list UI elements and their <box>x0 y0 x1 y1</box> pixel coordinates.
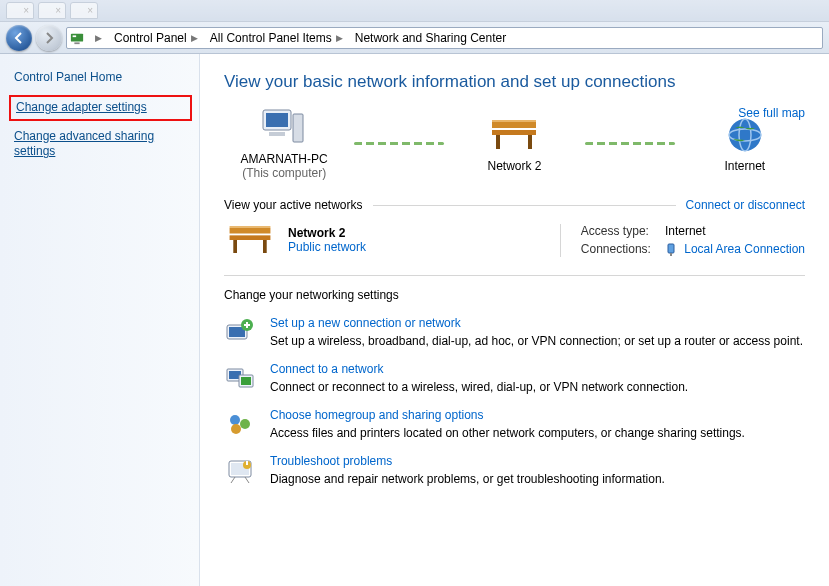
svg-point-31 <box>231 424 241 434</box>
breadcrumb-all-items[interactable]: All Control Panel Items▶ <box>206 28 351 48</box>
svg-rect-6 <box>269 132 285 136</box>
task-troubleshoot-link[interactable]: Troubleshoot problems <box>270 454 665 468</box>
task-troubleshoot: Troubleshoot problems Diagnose and repai… <box>224 454 805 486</box>
browser-tab[interactable]: × <box>38 2 66 19</box>
control-panel-icon <box>67 31 87 45</box>
map-connector <box>585 142 675 145</box>
task-setup-connection-link[interactable]: Set up a new connection or network <box>270 316 803 330</box>
svg-rect-16 <box>230 235 271 240</box>
address-bar[interactable]: ▶ Control Panel▶ All Control Panel Items… <box>66 27 823 49</box>
breadcrumb-control-panel[interactable]: Control Panel▶ <box>110 28 206 48</box>
task-connect-network-link[interactable]: Connect to a network <box>270 362 688 376</box>
svg-rect-9 <box>496 135 500 149</box>
change-adapter-settings-link[interactable]: Change adapter settings <box>16 100 185 116</box>
task-desc: Access files and printers located on oth… <box>270 426 745 440</box>
map-node-this-computer: AMARNATH-PC (This computer) <box>224 106 344 180</box>
sidebar: Control Panel Home Change adapter settin… <box>0 54 200 586</box>
network-type-link[interactable]: Public network <box>288 240 366 254</box>
connections-label: Connections: <box>581 242 651 257</box>
close-icon[interactable]: × <box>87 5 93 16</box>
connect-disconnect-link[interactable]: Connect or disconnect <box>686 198 805 212</box>
svg-rect-0 <box>71 33 83 41</box>
map-node-label: AMARNATH-PC <box>224 152 344 166</box>
svg-rect-35 <box>246 461 248 465</box>
svg-rect-28 <box>241 377 251 385</box>
bench-icon <box>224 224 276 256</box>
svg-rect-8 <box>492 130 536 135</box>
task-desc: Diagnose and repair network problems, or… <box>270 472 665 486</box>
control-panel-home-link[interactable]: Control Panel Home <box>14 70 187 84</box>
svg-rect-5 <box>293 114 303 142</box>
map-node-label: Internet <box>685 159 805 173</box>
browser-tab[interactable]: × <box>70 2 98 19</box>
see-full-map-link[interactable]: See full map <box>738 106 805 120</box>
tasks-heading: Change your networking settings <box>224 288 805 302</box>
svg-rect-2 <box>74 42 79 44</box>
svg-point-29 <box>230 415 240 425</box>
ethernet-icon <box>665 243 677 257</box>
map-node-internet: Internet <box>685 113 805 173</box>
bench-icon <box>454 113 574 157</box>
highlight-box: Change adapter settings <box>9 95 192 121</box>
close-icon[interactable]: × <box>23 5 29 16</box>
connect-network-icon <box>224 362 256 394</box>
svg-rect-20 <box>668 244 674 253</box>
task-homegroup-link[interactable]: Choose homegroup and sharing options <box>270 408 745 422</box>
map-node-sublabel: (This computer) <box>224 166 344 180</box>
svg-rect-19 <box>230 226 271 228</box>
task-connect-network: Connect to a network Connect or reconnec… <box>224 362 805 394</box>
main-panel: View your basic network information and … <box>200 54 829 586</box>
breadcrumb-network-sharing-center[interactable]: Network and Sharing Center <box>351 28 510 48</box>
access-type-value: Internet <box>665 224 805 238</box>
svg-rect-21 <box>670 253 672 256</box>
svg-rect-18 <box>263 240 267 253</box>
svg-point-12 <box>729 119 761 151</box>
svg-rect-15 <box>230 228 271 234</box>
new-connection-icon <box>224 316 256 348</box>
change-advanced-sharing-link[interactable]: Change advanced sharing settings <box>14 129 187 160</box>
close-icon[interactable]: × <box>55 5 61 16</box>
divider <box>373 205 676 206</box>
access-type-label: Access type: <box>581 224 651 238</box>
chevron-right-icon[interactable]: ▶ <box>87 28 110 48</box>
svg-rect-4 <box>266 113 288 127</box>
task-setup-connection: Set up a new connection or network Set u… <box>224 316 805 348</box>
network-name: Network 2 <box>288 226 366 240</box>
toolbar: ▶ Control Panel▶ All Control Panel Items… <box>0 22 829 54</box>
chrome-tabstrip: × × × <box>0 0 829 22</box>
svg-rect-1 <box>73 35 77 37</box>
map-node-network: Network 2 <box>454 113 574 173</box>
task-desc: Connect or reconnect to a wireless, wire… <box>270 380 688 394</box>
map-connector <box>354 142 444 145</box>
svg-rect-17 <box>233 240 237 253</box>
svg-rect-10 <box>528 135 532 149</box>
homegroup-icon <box>224 408 256 440</box>
computer-icon <box>224 106 344 150</box>
local-area-connection-link[interactable]: Local Area Connection <box>684 242 805 256</box>
active-networks-heading: View your active networks <box>224 198 363 212</box>
svg-point-30 <box>240 419 250 429</box>
map-node-label: Network 2 <box>454 159 574 173</box>
divider <box>224 275 805 276</box>
forward-button <box>36 25 62 51</box>
task-homegroup-sharing: Choose homegroup and sharing options Acc… <box>224 408 805 440</box>
network-map: AMARNATH-PC (This computer) Ne <box>224 106 805 180</box>
task-desc: Set up a wireless, broadband, dial-up, a… <box>270 334 803 348</box>
browser-tab[interactable]: × <box>6 2 34 19</box>
troubleshoot-icon <box>224 454 256 486</box>
svg-rect-11 <box>492 120 536 122</box>
back-button[interactable] <box>6 25 32 51</box>
svg-rect-7 <box>492 122 536 128</box>
page-title: View your basic network information and … <box>224 72 805 92</box>
